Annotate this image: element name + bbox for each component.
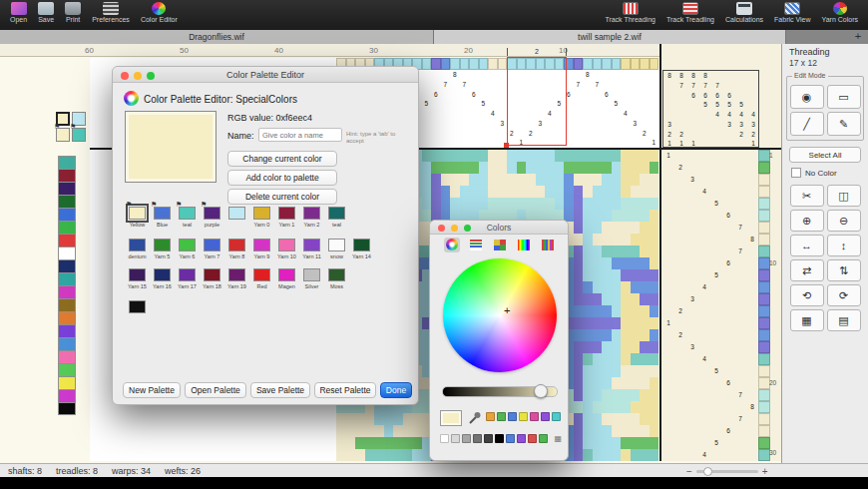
swatch-drawer-icon[interactable]: ▦	[554, 434, 562, 443]
palette-swatch[interactable]	[353, 239, 370, 251]
line-tool[interactable]: ╱	[790, 112, 824, 136]
palette-strip-swatch[interactable]	[58, 350, 76, 363]
treadling-cell[interactable]: 3	[686, 341, 698, 353]
color-wheel[interactable]	[443, 258, 557, 372]
palette-strip-swatch[interactable]	[58, 389, 76, 402]
zoom-slider-knob[interactable]	[703, 467, 712, 476]
treadling-cell[interactable]: 6	[722, 377, 734, 389]
treadling-cell[interactable]: 2	[674, 305, 686, 317]
add-color-to-palette-button[interactable]: Add color to palette	[227, 170, 337, 186]
close-window-button[interactable]	[121, 72, 129, 80]
tieup-cell[interactable]: 3	[747, 120, 759, 130]
draw-tool[interactable]: ✎	[827, 112, 861, 136]
palette-swatch[interactable]	[129, 239, 146, 251]
tieup-cell[interactable]: 4	[747, 110, 759, 120]
mini-color-swatch[interactable]	[508, 412, 517, 421]
threading-cell[interactable]: 6	[469, 90, 479, 100]
treadling-cell[interactable]: 5	[710, 437, 722, 449]
palette-strip-swatch[interactable]	[58, 363, 76, 376]
rotate-ccw-tool[interactable]: ⟲	[790, 284, 824, 306]
tieup-cell[interactable]: 3	[735, 120, 747, 130]
tieup-cell[interactable]: 8	[687, 71, 699, 81]
threading-cell[interactable]: 4	[621, 109, 631, 119]
treadling-cell[interactable]: 2	[674, 329, 686, 341]
zoom-window-button[interactable]	[464, 225, 471, 232]
eyedropper-icon[interactable]	[468, 410, 481, 425]
weft-color-cell[interactable]	[758, 234, 770, 245]
palette-swatch[interactable]	[154, 268, 171, 281]
palette-swatch[interactable]	[204, 239, 220, 251]
palette-strip-swatch[interactable]	[58, 182, 76, 195]
warp-color-cell[interactable]	[498, 58, 508, 70]
mini-color-swatch[interactable]	[528, 434, 537, 443]
palette-swatch[interactable]	[303, 207, 320, 220]
palette-swatch[interactable]	[278, 268, 295, 281]
mini-color-swatch[interactable]	[506, 434, 515, 443]
mini-color-swatch[interactable]	[541, 412, 550, 421]
palette-swatch[interactable]: ⚑	[204, 207, 220, 220]
palette-strip-swatch[interactable]	[58, 221, 76, 234]
treadling-cell[interactable]: 3	[686, 174, 698, 186]
palette-swatch[interactable]	[328, 207, 345, 220]
threading-cell[interactable]: 1	[650, 138, 659, 148]
palette-swatch[interactable]	[129, 268, 146, 281]
save-button[interactable]: Save	[38, 2, 54, 30]
warp-color-cell[interactable]	[612, 58, 622, 70]
treadling-cell[interactable]: 4	[698, 449, 710, 461]
palette-strip-swatch[interactable]	[58, 156, 76, 169]
warp-color-cell[interactable]	[450, 58, 460, 70]
threading-cell[interactable]: 6	[431, 90, 441, 100]
tieup-cell[interactable]: 5	[723, 100, 735, 110]
tieup-cell[interactable]: 2	[735, 130, 747, 140]
palette-swatch[interactable]	[129, 300, 146, 313]
selection-rectangle[interactable]	[507, 57, 567, 146]
palette-strip-swatch[interactable]	[58, 169, 76, 182]
track-treadling-button[interactable]: Track Treadling	[666, 2, 714, 30]
warp-color-cell[interactable]	[460, 58, 470, 70]
weft-color-cell[interactable]	[758, 174, 770, 186]
warp-color-cell[interactable]	[593, 58, 603, 70]
new-palette-button[interactable]: New Palette	[123, 382, 181, 398]
tieup-cell[interactable]: 5	[735, 100, 747, 110]
tieup-cell[interactable]: 4	[711, 110, 723, 120]
tieup-cell[interactable]: 7	[675, 81, 687, 91]
weft-color-cell[interactable]	[758, 317, 770, 329]
treadling-cell[interactable]: 8	[746, 401, 758, 413]
tieup-cell[interactable]: 6	[723, 91, 735, 101]
tieup-cell[interactable]: 7	[711, 81, 723, 91]
weft-color-cell[interactable]	[758, 341, 770, 353]
weft-color-cell[interactable]	[758, 293, 770, 305]
box-tool[interactable]: ▭	[827, 85, 861, 109]
palette-swatch[interactable]	[278, 239, 295, 251]
palette-swatch[interactable]	[253, 207, 270, 220]
warp-color-cell[interactable]	[469, 58, 479, 70]
tab-twill-sample-2[interactable]: twill sample 2.wif	[434, 30, 786, 44]
treadling-cell[interactable]: 1	[662, 150, 674, 162]
warp-color-cell[interactable]	[441, 58, 451, 70]
weft-color-cell[interactable]	[758, 222, 770, 234]
mini-color-swatch[interactable]	[484, 434, 493, 443]
mini-color-swatch[interactable]	[486, 412, 495, 421]
treadling-cell[interactable]: 4	[698, 281, 710, 293]
cut-tool[interactable]: ✂	[790, 185, 824, 207]
weft-color-cell[interactable]	[758, 269, 770, 281]
palette-strip-swatch[interactable]	[58, 376, 76, 389]
threading-cell[interactable]: 5	[422, 99, 432, 109]
warp-color-cell[interactable]	[602, 58, 612, 70]
weft-color-cell[interactable]	[758, 186, 770, 198]
palette-swatch[interactable]: ⚑	[154, 207, 171, 220]
tieup-cell[interactable]: 4	[735, 110, 747, 120]
warp-color-cell[interactable]	[431, 58, 441, 70]
point-tool[interactable]: ◉	[790, 85, 824, 109]
select-all-button[interactable]: Select All	[789, 147, 861, 163]
weft-color-cell[interactable]	[758, 413, 770, 425]
palette-swatch[interactable]	[179, 268, 196, 281]
palette-swatch[interactable]	[253, 239, 270, 251]
mini-color-swatch[interactable]	[473, 434, 482, 443]
calculations-button[interactable]: Calculations	[725, 2, 763, 30]
weft-color-cell[interactable]	[758, 162, 770, 174]
treadling-cell[interactable]: 5	[710, 269, 722, 281]
tieup-cell[interactable]: 6	[687, 91, 699, 101]
zoom-out-button[interactable]: −	[686, 466, 692, 477]
warp-color-cell[interactable]	[488, 58, 498, 70]
